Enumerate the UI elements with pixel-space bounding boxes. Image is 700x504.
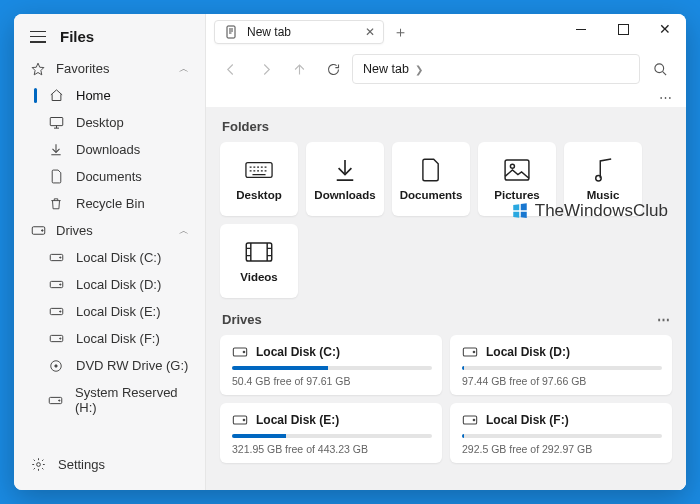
drive-icon — [232, 346, 248, 358]
drive-card-c[interactable]: Local Disk (C:) 50.4 GB free of 97.61 GB — [220, 335, 442, 395]
svg-point-13 — [55, 364, 57, 366]
folders-heading: Folders — [220, 115, 672, 142]
svg-point-25 — [243, 351, 245, 353]
document-icon — [48, 169, 64, 184]
image-icon — [504, 157, 530, 183]
video-icon — [245, 239, 273, 265]
folder-desktop[interactable]: Desktop — [220, 142, 298, 216]
svg-point-11 — [59, 338, 60, 339]
drive-icon — [48, 280, 64, 289]
svg-point-29 — [243, 419, 245, 421]
tab-close-icon[interactable]: ✕ — [363, 25, 377, 39]
nav-forward-button[interactable] — [250, 55, 280, 83]
svg-point-16 — [36, 463, 40, 467]
nav-back-button[interactable] — [216, 55, 246, 83]
sidebar-item-drive-f[interactable]: Local Disk (F:) — [14, 325, 205, 352]
svg-rect-20 — [505, 160, 529, 180]
drive-icon — [48, 334, 64, 343]
sidebar-item-drive-g[interactable]: DVD RW Drive (G:) — [14, 352, 205, 379]
search-button[interactable] — [644, 54, 676, 84]
drive-icon — [30, 225, 46, 236]
drive-card-f[interactable]: Local Disk (F:) 292.5 GB free of 292.97 … — [450, 403, 672, 463]
tab-new[interactable]: New tab ✕ — [214, 20, 384, 44]
drives-more-button[interactable]: ⋯ — [657, 312, 670, 327]
gear-icon — [30, 457, 46, 472]
usage-bar — [462, 366, 662, 370]
sidebar-item-documents[interactable]: Documents — [14, 163, 205, 190]
sidebar-item-drive-c[interactable]: Local Disk (C:) — [14, 244, 205, 271]
sidebar-item-downloads[interactable]: Downloads — [14, 136, 205, 163]
breadcrumb[interactable]: New tab ❯ — [352, 54, 640, 84]
drive-card-e[interactable]: Local Disk (E:) 321.95 GB free of 443.23… — [220, 403, 442, 463]
folder-downloads[interactable]: Downloads — [306, 142, 384, 216]
svg-point-3 — [41, 230, 43, 232]
chevron-right-icon: ❯ — [415, 64, 423, 75]
drive-icon — [48, 396, 63, 405]
main-area: New tab ✕ ＋ ✕ — [206, 14, 686, 490]
nav-toolbar: New tab ❯ — [206, 50, 686, 90]
window-close-button[interactable]: ✕ — [644, 14, 686, 44]
drive-icon — [232, 414, 248, 426]
sidebar-item-home[interactable]: Home — [14, 82, 205, 109]
folder-music[interactable]: Music — [564, 142, 642, 216]
hamburger-icon[interactable] — [30, 31, 46, 43]
app-window: Files Favorites ︿ Home Desktop D — [14, 14, 686, 490]
window-minimize-button[interactable] — [560, 14, 602, 44]
svg-point-21 — [510, 164, 514, 168]
download-icon — [48, 142, 64, 157]
sidebar-item-settings[interactable]: Settings — [14, 447, 205, 482]
nav-up-button[interactable] — [284, 55, 314, 83]
svg-point-9 — [59, 311, 60, 312]
drives-heading: Drives ⋯ — [220, 308, 672, 335]
svg-point-27 — [473, 351, 475, 353]
drive-icon — [48, 307, 64, 316]
svg-point-22 — [596, 175, 601, 180]
svg-point-31 — [473, 419, 475, 421]
svg-marker-0 — [32, 63, 44, 75]
chevron-up-icon: ︿ — [179, 62, 189, 76]
usage-bar — [232, 366, 432, 370]
new-tab-button[interactable]: ＋ — [388, 20, 412, 44]
drive-icon — [462, 346, 478, 358]
more-options-button[interactable]: ⋯ — [659, 90, 672, 105]
svg-point-18 — [654, 63, 663, 72]
drive-icon — [462, 414, 478, 426]
sidebar-item-drive-d[interactable]: Local Disk (D:) — [14, 271, 205, 298]
window-controls: ✕ — [560, 14, 686, 44]
sidebar-item-drive-h[interactable]: System Reserved (H:) — [14, 379, 205, 421]
download-icon — [334, 157, 356, 183]
svg-rect-1 — [50, 118, 63, 126]
home-icon — [48, 88, 64, 103]
svg-rect-17 — [227, 26, 235, 38]
sidebar-item-drive-e[interactable]: Local Disk (E:) — [14, 298, 205, 325]
page-icon — [223, 25, 239, 39]
folder-videos[interactable]: Videos — [220, 224, 298, 298]
drives-grid: Local Disk (C:) 50.4 GB free of 97.61 GB… — [220, 335, 672, 463]
svg-point-15 — [59, 399, 60, 400]
svg-point-7 — [59, 284, 60, 285]
document-icon — [422, 157, 440, 183]
sidebar-section-favorites[interactable]: Favorites ︿ — [14, 55, 205, 82]
nav-refresh-button[interactable] — [318, 55, 348, 83]
trash-icon — [48, 196, 64, 211]
app-title: Files — [60, 28, 94, 45]
folders-grid: Desktop Downloads Documents Pictures Mus… — [220, 142, 672, 298]
folder-documents[interactable]: Documents — [392, 142, 470, 216]
keyboard-icon — [245, 157, 273, 183]
star-icon — [30, 62, 46, 76]
sidebar: Files Favorites ︿ Home Desktop D — [14, 14, 206, 490]
window-maximize-button[interactable] — [602, 14, 644, 44]
content-area: Folders Desktop Downloads Documents Pic — [206, 107, 686, 490]
svg-point-5 — [59, 257, 60, 258]
sidebar-item-recyclebin[interactable]: Recycle Bin — [14, 190, 205, 217]
sidebar-section-drives[interactable]: Drives ︿ — [14, 217, 205, 244]
desktop-icon — [48, 116, 64, 129]
chevron-up-icon: ︿ — [179, 224, 189, 238]
disc-icon — [48, 359, 64, 373]
usage-bar — [462, 434, 662, 438]
drive-card-d[interactable]: Local Disk (D:) 97.44 GB free of 97.66 G… — [450, 335, 672, 395]
folder-pictures[interactable]: Pictures — [478, 142, 556, 216]
sidebar-item-desktop[interactable]: Desktop — [14, 109, 205, 136]
drive-icon — [48, 253, 64, 262]
titlebar: New tab ✕ ＋ ✕ — [206, 14, 686, 50]
